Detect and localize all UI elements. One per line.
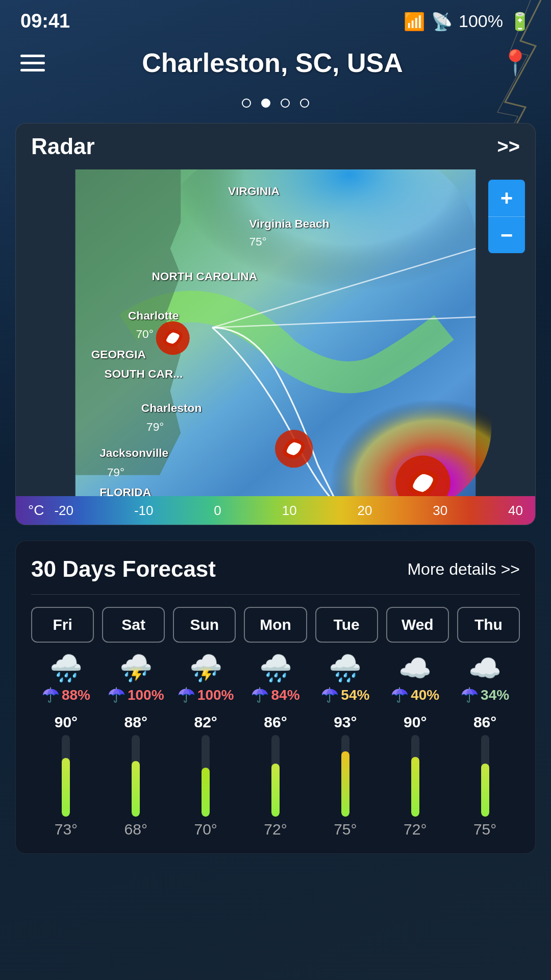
radar-title: Radar [31,134,95,159]
wed-precip-icon: ☂️ [391,687,409,703]
sat-precip: ☂️ 100% [108,687,164,703]
wed-bar-container [411,735,419,817]
day-button-fri[interactable]: Fri [31,607,94,643]
forecast-title: 30 Days Forecast [31,556,216,582]
radar-expand-button[interactable]: >> [497,136,520,158]
forecast-header: 30 Days Forecast More details >> [31,556,520,582]
carousel-dot-1[interactable] [242,99,251,108]
day-button-tue[interactable]: Tue [315,607,378,643]
svg-text:FLORIDA: FLORIDA [99,485,151,496]
status-right: 📶 📡 100% 🔋 [404,11,531,32]
signal-icon: 📡 [431,11,453,32]
day-button-thu[interactable]: Thu [457,607,520,643]
location-pin-icon[interactable]: 📍 [500,48,531,77]
fri-bar-fill [62,758,70,817]
wed-precip-pct: 40% [411,687,439,703]
status-bar: 09:41 📶 📡 100% 🔋 [0,0,551,37]
temp-bar-fri: 90° 73° [31,714,101,838]
temp-scale-0: 0 [214,503,221,519]
thu-precip: ☂️ 34% [461,687,509,703]
wed-low-temp: 72° [404,821,427,838]
mon-precip-pct: 84% [271,687,299,703]
sun-bar-fill [202,768,210,817]
sun-low-temp: 70° [194,821,217,838]
thu-precip-pct: 34% [481,687,509,703]
zoom-in-button[interactable]: + [488,180,525,216]
radar-header: Radar >> [16,124,535,169]
temp-scale-30: 30 [433,503,447,519]
thu-high-temp: 86° [473,714,496,731]
temp-scale-10: 10 [282,503,297,519]
svg-text:Virginia Beach: Virginia Beach [249,217,329,230]
sat-precip-pct: 100% [128,687,164,703]
thu-bar-container [481,735,489,817]
temp-scale-40: 40 [508,503,523,519]
sat-low-temp: 68° [124,821,147,838]
tue-weather-icon: 🌧️ [329,655,362,681]
svg-text:Charlotte: Charlotte [128,309,179,322]
svg-text:70°: 70° [136,327,153,340]
tue-low-temp: 75° [334,821,357,838]
svg-text:VIRGINIA: VIRGINIA [228,184,280,198]
fri-precip-icon: ☂️ [42,687,60,703]
temp-bar-sat: 88° 68° [101,714,171,838]
zoom-controls: + − [488,180,525,253]
svg-text:SOUTH CAR...: SOUTH CAR... [105,367,183,380]
tue-precip-pct: 54% [341,687,369,703]
thu-low-temp: 75° [473,821,496,838]
wed-bar-fill [411,757,419,817]
temp-bars-row: 90° 73° 88° 68° 82° 70° [31,714,520,838]
carousel-dot-4[interactable] [300,99,309,108]
svg-text:NORTH CAROLINA: NORTH CAROLINA [152,270,257,283]
wed-precip: ☂️ 40% [391,687,439,703]
radar-map[interactable]: VIRGINIA Virginia Beach 75° NORTH CAROLI… [16,169,535,496]
day-button-wed[interactable]: Wed [386,607,449,643]
sat-high-temp: 88° [124,714,147,731]
tue-bar-container [341,735,349,817]
wed-high-temp: 90° [404,714,427,731]
carousel-dot-3[interactable] [281,99,290,108]
svg-text:Jacksonville: Jacksonville [99,446,168,459]
sat-weather-icon: ⛈️ [119,655,153,681]
thu-precip-icon: ☂️ [461,687,479,703]
mon-bar-container [271,735,280,817]
temp-scale-unit: °C [28,502,44,519]
temp-scale-minus20: -20 [54,503,73,519]
tue-high-temp: 93° [334,714,357,731]
status-time: 09:41 [20,10,70,32]
temp-bar-tue: 93° 75° [310,714,380,838]
fri-high-temp: 90° [55,714,78,731]
sun-bar-container [202,735,210,817]
tue-precip: ☂️ 54% [321,687,369,703]
svg-text:75°: 75° [249,235,266,248]
battery-icon: 🔋 [509,11,531,32]
days-row: Fri Sat Sun Mon Tue Wed Thu [31,607,520,643]
mon-precip: ☂️ 84% [251,687,299,703]
day-button-sat[interactable]: Sat [102,607,165,643]
fri-weather-icon: 🌧️ [49,655,83,681]
mon-bar-fill [271,764,280,817]
day-col-sat: ⛈️ ☂️ 100% [101,655,171,703]
fri-precip-pct: 88% [62,687,90,703]
temp-bar-thu: 86° 75° [450,714,520,838]
wifi-icon: 📶 [404,11,425,32]
hamburger-menu-icon[interactable] [20,55,45,71]
day-button-mon[interactable]: Mon [244,607,307,643]
svg-text:79°: 79° [107,465,124,479]
tue-bar-fill [341,751,349,817]
sun-precip-pct: 100% [197,687,234,703]
temp-scale-minus10: -10 [134,503,154,519]
mon-precip-icon: ☂️ [251,687,269,703]
day-button-sun[interactable]: Sun [173,607,236,643]
more-details-button[interactable]: More details >> [407,560,520,579]
day-col-fri: 🌧️ ☂️ 88% [31,655,101,703]
sun-high-temp: 82° [194,714,217,731]
temp-bar-mon: 86° 72° [241,714,311,838]
thu-weather-icon: ☁️ [468,655,502,681]
page-title: Charleston, SC, USA [142,47,403,78]
carousel-dot-2[interactable] [261,99,270,108]
radar-card: Radar >> [15,123,536,525]
zoom-out-button[interactable]: − [488,216,525,253]
day-col-thu: ☁️ ☂️ 34% [450,655,520,703]
sat-bar-fill [132,761,140,817]
